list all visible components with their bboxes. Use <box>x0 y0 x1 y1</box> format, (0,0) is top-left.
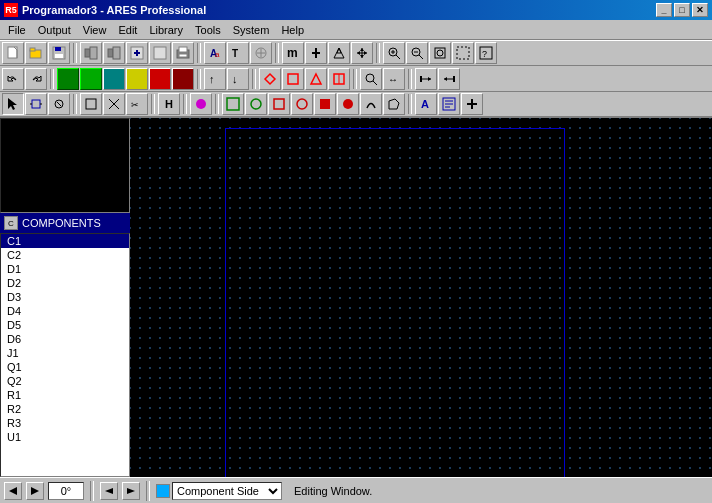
list-item-u1[interactable]: U1 <box>1 430 129 444</box>
list-item-r3[interactable]: R3 <box>1 416 129 430</box>
tb-btn-r6[interactable] <box>328 68 350 90</box>
tb-color-green[interactable] <box>57 68 79 90</box>
svg-rect-68 <box>86 99 96 109</box>
list-item-d6[interactable]: D6 <box>1 332 129 346</box>
list-item-q2[interactable]: Q2 <box>1 374 129 388</box>
angle-input[interactable]: 0° <box>48 482 84 500</box>
list-item-c2[interactable]: C2 <box>1 248 129 262</box>
tb-zoom-box[interactable] <box>452 42 474 64</box>
menu-system[interactable]: System <box>227 22 276 38</box>
tb-mode-h[interactable]: H <box>158 93 180 115</box>
tb-color-green2[interactable] <box>80 68 102 90</box>
editing-text: Editing Window. <box>294 485 372 497</box>
tb-fill-circ[interactable] <box>337 93 359 115</box>
tb-undo[interactable] <box>2 68 24 90</box>
list-item-j1[interactable]: J1 <box>1 346 129 360</box>
components-list[interactable]: C1 C2 D1 D2 D3 D4 D5 D6 J1 Q1 Q2 R1 R2 R… <box>0 233 130 477</box>
tb-btn-12[interactable]: m <box>282 42 304 64</box>
tb-btn-11[interactable] <box>250 42 272 64</box>
layer-select[interactable]: Component Side Solder Side Inner Copper … <box>172 482 282 500</box>
toolbar-row-1: Aa T m ? <box>0 40 712 66</box>
tb-btn-r9[interactable] <box>438 68 460 90</box>
tb-mode-sq[interactable] <box>80 93 102 115</box>
list-item-r2[interactable]: R2 <box>1 402 129 416</box>
menu-edit[interactable]: Edit <box>112 22 143 38</box>
tb-btn-13[interactable] <box>305 42 327 64</box>
tb-btn-r4[interactable] <box>282 68 304 90</box>
tb-sep-7 <box>252 69 256 89</box>
list-item-d1[interactable]: D1 <box>1 262 129 276</box>
tb-btn-move[interactable] <box>351 42 373 64</box>
tb-btn-10[interactable]: T <box>227 42 249 64</box>
menu-help[interactable]: Help <box>275 22 310 38</box>
tb-rect2[interactable] <box>268 93 290 115</box>
tb-color-yellow[interactable] <box>126 68 148 90</box>
tb-btn-9[interactable]: Aa <box>204 42 226 64</box>
tb-btn-14[interactable] <box>328 42 350 64</box>
tb-arc[interactable] <box>360 93 382 115</box>
tb-circ2[interactable] <box>291 93 313 115</box>
tb-symbols[interactable] <box>438 93 460 115</box>
tb-btn-r7[interactable]: ↔ <box>383 68 405 90</box>
status-next-btn[interactable] <box>26 482 44 500</box>
components-header: C COMPONENTS <box>0 213 130 233</box>
canvas-area[interactable] <box>130 118 712 477</box>
tb-btn-r1[interactable]: ↑ <box>204 68 226 90</box>
menu-output[interactable]: Output <box>32 22 77 38</box>
tb-color-red[interactable] <box>149 68 171 90</box>
tb-mode-cut[interactable]: ✂ <box>126 93 148 115</box>
tb-pan[interactable]: ? <box>475 42 497 64</box>
list-item-q1[interactable]: Q1 <box>1 360 129 374</box>
tb-btn-r3[interactable] <box>259 68 281 90</box>
tb-circle[interactable] <box>245 93 267 115</box>
tb-redo[interactable] <box>25 68 47 90</box>
maximize-button[interactable]: □ <box>674 3 690 17</box>
tb-zoom-full[interactable] <box>429 42 451 64</box>
menu-tools[interactable]: Tools <box>189 22 227 38</box>
tb-search[interactable] <box>360 68 382 90</box>
tb-text[interactable]: A <box>415 93 437 115</box>
list-item-d5[interactable]: D5 <box>1 318 129 332</box>
menu-library[interactable]: Library <box>143 22 189 38</box>
tb-color-teal[interactable] <box>103 68 125 90</box>
tb-btn-r5[interactable] <box>305 68 327 90</box>
minimize-button[interactable]: _ <box>656 3 672 17</box>
tb-component[interactable] <box>25 93 47 115</box>
status-left-btn[interactable] <box>100 482 118 500</box>
tb-btn-r8[interactable] <box>415 68 437 90</box>
tb-print[interactable] <box>172 42 194 64</box>
tb-select[interactable] <box>2 93 24 115</box>
close-button[interactable]: ✕ <box>692 3 708 17</box>
list-item-r1[interactable]: R1 <box>1 388 129 402</box>
tb-plus[interactable] <box>461 93 483 115</box>
status-prev-btn[interactable] <box>4 482 22 500</box>
menu-view[interactable]: View <box>77 22 113 38</box>
tb-btn-5[interactable] <box>103 42 125 64</box>
tb-rect[interactable] <box>222 93 244 115</box>
svg-marker-88 <box>31 487 39 495</box>
list-item-d2[interactable]: D2 <box>1 276 129 290</box>
tb-mode-dot[interactable] <box>190 93 212 115</box>
menu-file[interactable]: File <box>2 22 32 38</box>
tb-btn-6[interactable] <box>126 42 148 64</box>
tb-wire[interactable] <box>48 93 70 115</box>
svg-marker-87 <box>9 487 17 495</box>
tb-btn-r2[interactable]: ↓ <box>227 68 249 90</box>
list-item-d3[interactable]: D3 <box>1 290 129 304</box>
tb-mode-x[interactable] <box>103 93 125 115</box>
tb-new[interactable] <box>2 42 24 64</box>
list-item-d4[interactable]: D4 <box>1 304 129 318</box>
tb-btn-4[interactable] <box>80 42 102 64</box>
tb-fill-rect[interactable] <box>314 93 336 115</box>
status-bar: 0° Component Side Solder Side Inner Copp… <box>0 477 712 503</box>
tb-color-maroon[interactable] <box>172 68 194 90</box>
list-item-c1[interactable]: C1 <box>1 234 129 248</box>
tb-btn-7[interactable] <box>149 42 171 64</box>
svg-rect-63 <box>32 100 40 108</box>
tb-zoom-in[interactable] <box>383 42 405 64</box>
tb-open[interactable] <box>25 42 47 64</box>
status-right-btn[interactable] <box>122 482 140 500</box>
tb-poly[interactable] <box>383 93 405 115</box>
tb-zoom-out[interactable] <box>406 42 428 64</box>
tb-save[interactable] <box>48 42 70 64</box>
